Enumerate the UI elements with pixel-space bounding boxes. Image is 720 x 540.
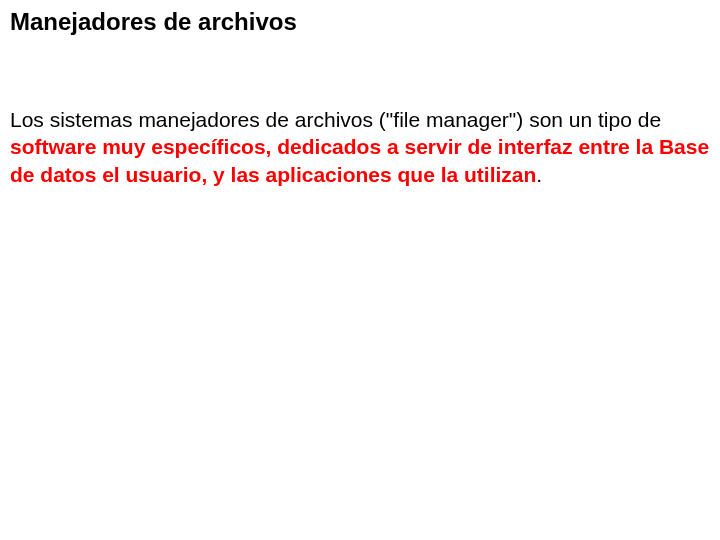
period-text: .: [536, 163, 542, 186]
body-paragraph: Los sistemas manejadores de archivos ("f…: [10, 106, 710, 188]
page-title: Manejadores de archivos: [10, 8, 710, 36]
highlight-text: software muy específicos, dedicados a se…: [10, 135, 709, 185]
intro-text: Los sistemas manejadores de archivos ("f…: [10, 108, 661, 131]
